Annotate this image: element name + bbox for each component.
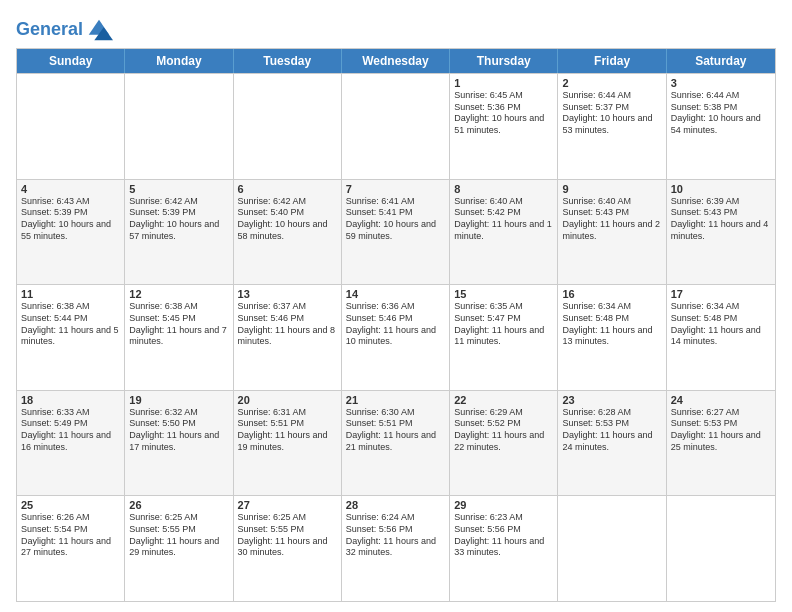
day-info: Sunrise: 6:36 AM Sunset: 5:46 PM Dayligh… (346, 301, 445, 348)
day-number: 28 (346, 499, 445, 511)
calendar-row-4: 25Sunrise: 6:26 AM Sunset: 5:54 PM Dayli… (17, 495, 775, 601)
day-number: 7 (346, 183, 445, 195)
day-info: Sunrise: 6:28 AM Sunset: 5:53 PM Dayligh… (562, 407, 661, 454)
day-number: 20 (238, 394, 337, 406)
calendar-cell-4-2: 27Sunrise: 6:25 AM Sunset: 5:55 PM Dayli… (234, 496, 342, 601)
day-header-friday: Friday (558, 49, 666, 73)
day-info: Sunrise: 6:40 AM Sunset: 5:42 PM Dayligh… (454, 196, 553, 243)
calendar-cell-4-1: 26Sunrise: 6:25 AM Sunset: 5:55 PM Dayli… (125, 496, 233, 601)
calendar-cell-0-6: 3Sunrise: 6:44 AM Sunset: 5:38 PM Daylig… (667, 74, 775, 179)
day-number: 15 (454, 288, 553, 300)
calendar-cell-3-1: 19Sunrise: 6:32 AM Sunset: 5:50 PM Dayli… (125, 391, 233, 496)
day-info: Sunrise: 6:38 AM Sunset: 5:45 PM Dayligh… (129, 301, 228, 348)
day-info: Sunrise: 6:44 AM Sunset: 5:38 PM Dayligh… (671, 90, 771, 137)
day-number: 25 (21, 499, 120, 511)
calendar-cell-3-4: 22Sunrise: 6:29 AM Sunset: 5:52 PM Dayli… (450, 391, 558, 496)
day-number: 13 (238, 288, 337, 300)
day-info: Sunrise: 6:34 AM Sunset: 5:48 PM Dayligh… (562, 301, 661, 348)
day-number: 16 (562, 288, 661, 300)
day-number: 21 (346, 394, 445, 406)
day-info: Sunrise: 6:25 AM Sunset: 5:55 PM Dayligh… (129, 512, 228, 559)
calendar-cell-1-6: 10Sunrise: 6:39 AM Sunset: 5:43 PM Dayli… (667, 180, 775, 285)
calendar-cell-0-5: 2Sunrise: 6:44 AM Sunset: 5:37 PM Daylig… (558, 74, 666, 179)
calendar-cell-2-5: 16Sunrise: 6:34 AM Sunset: 5:48 PM Dayli… (558, 285, 666, 390)
day-info: Sunrise: 6:27 AM Sunset: 5:53 PM Dayligh… (671, 407, 771, 454)
day-info: Sunrise: 6:33 AM Sunset: 5:49 PM Dayligh… (21, 407, 120, 454)
calendar-cell-1-4: 8Sunrise: 6:40 AM Sunset: 5:42 PM Daylig… (450, 180, 558, 285)
calendar-cell-4-4: 29Sunrise: 6:23 AM Sunset: 5:56 PM Dayli… (450, 496, 558, 601)
day-number: 1 (454, 77, 553, 89)
day-number: 12 (129, 288, 228, 300)
day-info: Sunrise: 6:45 AM Sunset: 5:36 PM Dayligh… (454, 90, 553, 137)
calendar-cell-2-0: 11Sunrise: 6:38 AM Sunset: 5:44 PM Dayli… (17, 285, 125, 390)
day-info: Sunrise: 6:30 AM Sunset: 5:51 PM Dayligh… (346, 407, 445, 454)
day-number: 29 (454, 499, 553, 511)
calendar-cell-4-0: 25Sunrise: 6:26 AM Sunset: 5:54 PM Dayli… (17, 496, 125, 601)
calendar-cell-3-2: 20Sunrise: 6:31 AM Sunset: 5:51 PM Dayli… (234, 391, 342, 496)
day-info: Sunrise: 6:31 AM Sunset: 5:51 PM Dayligh… (238, 407, 337, 454)
calendar-header: SundayMondayTuesdayWednesdayThursdayFrid… (17, 49, 775, 73)
calendar-cell-0-0 (17, 74, 125, 179)
calendar-row-3: 18Sunrise: 6:33 AM Sunset: 5:49 PM Dayli… (17, 390, 775, 496)
calendar-cell-0-2 (234, 74, 342, 179)
calendar-cell-1-2: 6Sunrise: 6:42 AM Sunset: 5:40 PM Daylig… (234, 180, 342, 285)
calendar-row-2: 11Sunrise: 6:38 AM Sunset: 5:44 PM Dayli… (17, 284, 775, 390)
day-header-saturday: Saturday (667, 49, 775, 73)
header: General (16, 12, 776, 40)
day-header-thursday: Thursday (450, 49, 558, 73)
day-info: Sunrise: 6:42 AM Sunset: 5:39 PM Dayligh… (129, 196, 228, 243)
day-info: Sunrise: 6:24 AM Sunset: 5:56 PM Dayligh… (346, 512, 445, 559)
day-number: 14 (346, 288, 445, 300)
calendar-cell-0-1 (125, 74, 233, 179)
day-info: Sunrise: 6:44 AM Sunset: 5:37 PM Dayligh… (562, 90, 661, 137)
day-number: 26 (129, 499, 228, 511)
day-number: 3 (671, 77, 771, 89)
day-number: 8 (454, 183, 553, 195)
calendar-cell-2-3: 14Sunrise: 6:36 AM Sunset: 5:46 PM Dayli… (342, 285, 450, 390)
calendar-cell-0-4: 1Sunrise: 6:45 AM Sunset: 5:36 PM Daylig… (450, 74, 558, 179)
day-info: Sunrise: 6:35 AM Sunset: 5:47 PM Dayligh… (454, 301, 553, 348)
day-number: 18 (21, 394, 120, 406)
day-info: Sunrise: 6:29 AM Sunset: 5:52 PM Dayligh… (454, 407, 553, 454)
calendar-cell-1-0: 4Sunrise: 6:43 AM Sunset: 5:39 PM Daylig… (17, 180, 125, 285)
calendar-cell-2-1: 12Sunrise: 6:38 AM Sunset: 5:45 PM Dayli… (125, 285, 233, 390)
page: General SundayMondayTuesdayWednesdayThur… (0, 0, 792, 612)
calendar-cell-2-4: 15Sunrise: 6:35 AM Sunset: 5:47 PM Dayli… (450, 285, 558, 390)
calendar-row-0: 1Sunrise: 6:45 AM Sunset: 5:36 PM Daylig… (17, 73, 775, 179)
day-header-tuesday: Tuesday (234, 49, 342, 73)
day-number: 10 (671, 183, 771, 195)
day-info: Sunrise: 6:39 AM Sunset: 5:43 PM Dayligh… (671, 196, 771, 243)
calendar-cell-1-5: 9Sunrise: 6:40 AM Sunset: 5:43 PM Daylig… (558, 180, 666, 285)
day-info: Sunrise: 6:41 AM Sunset: 5:41 PM Dayligh… (346, 196, 445, 243)
day-info: Sunrise: 6:23 AM Sunset: 5:56 PM Dayligh… (454, 512, 553, 559)
day-header-wednesday: Wednesday (342, 49, 450, 73)
day-info: Sunrise: 6:43 AM Sunset: 5:39 PM Dayligh… (21, 196, 120, 243)
calendar-body: 1Sunrise: 6:45 AM Sunset: 5:36 PM Daylig… (17, 73, 775, 601)
day-number: 2 (562, 77, 661, 89)
day-number: 4 (21, 183, 120, 195)
day-info: Sunrise: 6:38 AM Sunset: 5:44 PM Dayligh… (21, 301, 120, 348)
day-number: 6 (238, 183, 337, 195)
day-number: 5 (129, 183, 228, 195)
day-info: Sunrise: 6:25 AM Sunset: 5:55 PM Dayligh… (238, 512, 337, 559)
logo-text: General (16, 20, 83, 40)
calendar-cell-0-3 (342, 74, 450, 179)
day-number: 11 (21, 288, 120, 300)
calendar-cell-4-5 (558, 496, 666, 601)
day-info: Sunrise: 6:37 AM Sunset: 5:46 PM Dayligh… (238, 301, 337, 348)
calendar-cell-4-3: 28Sunrise: 6:24 AM Sunset: 5:56 PM Dayli… (342, 496, 450, 601)
day-info: Sunrise: 6:26 AM Sunset: 5:54 PM Dayligh… (21, 512, 120, 559)
calendar-cell-3-5: 23Sunrise: 6:28 AM Sunset: 5:53 PM Dayli… (558, 391, 666, 496)
calendar-row-1: 4Sunrise: 6:43 AM Sunset: 5:39 PM Daylig… (17, 179, 775, 285)
calendar-cell-2-2: 13Sunrise: 6:37 AM Sunset: 5:46 PM Dayli… (234, 285, 342, 390)
day-number: 17 (671, 288, 771, 300)
day-number: 9 (562, 183, 661, 195)
day-info: Sunrise: 6:32 AM Sunset: 5:50 PM Dayligh… (129, 407, 228, 454)
day-info: Sunrise: 6:34 AM Sunset: 5:48 PM Dayligh… (671, 301, 771, 348)
calendar-cell-1-1: 5Sunrise: 6:42 AM Sunset: 5:39 PM Daylig… (125, 180, 233, 285)
calendar-cell-3-0: 18Sunrise: 6:33 AM Sunset: 5:49 PM Dayli… (17, 391, 125, 496)
day-info: Sunrise: 6:40 AM Sunset: 5:43 PM Dayligh… (562, 196, 661, 243)
day-info: Sunrise: 6:42 AM Sunset: 5:40 PM Dayligh… (238, 196, 337, 243)
calendar-cell-4-6 (667, 496, 775, 601)
logo: General (16, 16, 113, 40)
